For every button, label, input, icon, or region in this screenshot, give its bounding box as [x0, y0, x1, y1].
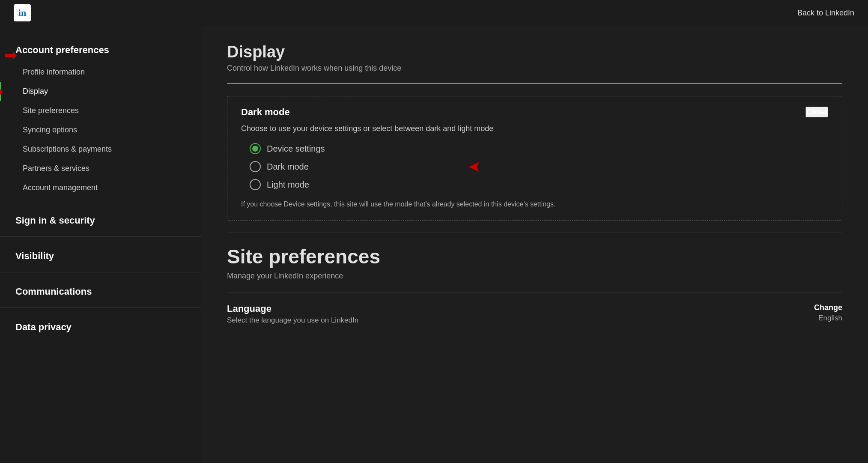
display-subtext: Control how LinkedIn works when using th… — [227, 64, 842, 73]
sidebar-section-title-data-privacy[interactable]: Data privacy — [0, 311, 201, 340]
language-setting-row: Language Select the language you use on … — [227, 293, 842, 335]
dark-mode-card-header: Dark mode Close — [241, 107, 828, 118]
arrow-dark-mode: ➤ — [468, 158, 481, 176]
sidebar-divider-4 — [0, 308, 201, 308]
sidebar-item-syncing-options[interactable]: Syncing options — [0, 120, 201, 140]
dark-mode-title: Dark mode — [241, 107, 290, 118]
language-current-value: English — [818, 314, 842, 323]
dark-mode-card: Dark mode Close Choose to use your devic… — [227, 96, 842, 221]
radio-label-dark-mode: Dark mode — [267, 162, 309, 172]
site-pref-divider — [227, 233, 842, 233]
radio-label-device-settings: Device settings — [267, 144, 325, 154]
sidebar-item-subscriptions-payments[interactable]: Subscriptions & payments — [0, 140, 201, 159]
language-setting-info: Language Select the language you use on … — [227, 303, 358, 325]
dark-mode-radio-group: Device settings Dark mode ➤ Light mode — [241, 143, 828, 190]
linkedin-logo: in — [14, 4, 31, 21]
sidebar-section-account-preferences: ➡ Account preferences Profile informatio… — [0, 34, 201, 197]
sidebar-divider-2 — [0, 236, 201, 237]
sidebar-item-profile-information[interactable]: Profile information — [0, 63, 201, 82]
arrow-account-preferences: ➡ — [4, 46, 17, 64]
display-heading: Display — [227, 43, 842, 61]
sidebar-section-title-visibility[interactable]: Visibility — [0, 240, 201, 269]
sidebar-items-account-preferences: Profile information ➡ Display Site prefe… — [0, 63, 201, 197]
site-preferences-subtext: Manage your LinkedIn experience — [227, 272, 842, 281]
radio-circle-device-settings — [250, 143, 261, 154]
sidebar-item-account-management[interactable]: Account management — [0, 178, 201, 197]
site-preferences-heading: Site preferences — [227, 245, 842, 268]
sidebar-item-display[interactable]: ➡ Display — [0, 82, 201, 101]
sidebar: ➡ Account preferences Profile informatio… — [0, 26, 201, 463]
sidebar-section-visibility: Visibility — [0, 240, 201, 269]
language-setting-action: Change English — [814, 303, 842, 323]
radio-light-mode[interactable]: Light mode — [250, 179, 828, 190]
sidebar-section-title-sign-in-security[interactable]: Sign in & security — [0, 205, 201, 233]
language-setting-description: Select the language you use on LinkedIn — [227, 316, 358, 325]
sidebar-item-partners-services[interactable]: Partners & services — [0, 159, 201, 178]
radio-label-light-mode: Light mode — [267, 180, 309, 190]
display-divider — [227, 83, 842, 84]
sidebar-section-data-privacy: Data privacy — [0, 311, 201, 340]
radio-dark-mode[interactable]: Dark mode ➤ — [250, 161, 828, 172]
sidebar-section-communications: Communications — [0, 276, 201, 304]
sidebar-section-title-account-preferences[interactable]: Account preferences — [0, 34, 201, 63]
dark-mode-footer-text: If you choose Device settings, this site… — [241, 199, 828, 210]
navbar: in Back to LinkedIn — [0, 0, 868, 26]
dark-mode-close-button[interactable]: Close — [805, 107, 828, 117]
language-change-button[interactable]: Change — [814, 303, 842, 312]
page-container: ➡ Account preferences Profile informatio… — [0, 26, 868, 463]
sidebar-divider-3 — [0, 272, 201, 272]
radio-circle-light-mode — [250, 179, 261, 190]
dark-mode-description: Choose to use your device settings or se… — [241, 123, 828, 134]
main-content: Display Control how LinkedIn works when … — [201, 26, 868, 463]
radio-device-settings[interactable]: Device settings — [250, 143, 828, 154]
sidebar-item-site-preferences[interactable]: Site preferences — [0, 101, 201, 120]
radio-circle-dark-mode — [250, 161, 261, 172]
back-to-linkedin-link[interactable]: Back to LinkedIn — [797, 9, 854, 18]
sidebar-divider-1 — [0, 201, 201, 201]
language-setting-title: Language — [227, 303, 358, 314]
sidebar-section-title-communications[interactable]: Communications — [0, 276, 201, 304]
arrow-display: ➡ — [0, 84, 3, 100]
sidebar-section-sign-in-security: Sign in & security — [0, 205, 201, 233]
